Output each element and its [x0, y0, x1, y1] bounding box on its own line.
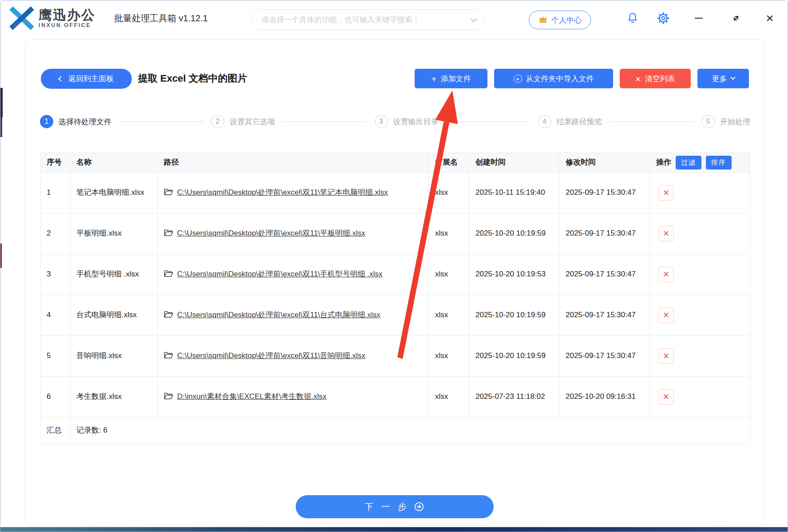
app-title: 批量处理工具箱 v1.12.1	[114, 0, 208, 36]
logo-text-cn: 鹰迅办公	[39, 8, 95, 22]
user-center-button[interactable]: 个人中心	[529, 11, 591, 29]
crown-icon	[538, 15, 548, 25]
path-inner: D:\inxun\素材合集\EXCEL素材\考生数据.xlsx	[164, 390, 326, 403]
cell-path: C:\Users\sqmil\Desktop\处理前\excel\双11\平板明…	[158, 213, 429, 254]
minimize-button[interactable]	[690, 0, 708, 36]
add-file-button[interactable]: + 添加文件	[415, 69, 487, 88]
taskbar-edge	[0, 527, 788, 532]
file-path-link[interactable]: C:\Users\sqmil\Desktop\处理前\excel\双11\笔记本…	[177, 188, 388, 197]
cell-actions: ×	[650, 336, 750, 376]
file-path-link[interactable]: C:\Users\sqmil\Desktop\处理前\excel\双11\音响明…	[177, 351, 365, 360]
circle-plus-icon: +	[514, 75, 522, 83]
cell-created: 2025-10-11 15:19:40	[469, 173, 559, 213]
chevron-down-icon	[730, 75, 735, 80]
table-row: 2平板明细.xlsxC:\Users\sqmil\Desktop\处理前\exc…	[40, 213, 750, 254]
cell-path: C:\Users\sqmil\Desktop\处理前\excel\双11\手机型…	[158, 254, 429, 295]
file-path-link[interactable]: C:\Users\sqmil\Desktop\处理前\excel\双11\手机型…	[177, 270, 383, 278]
actions-label: 操作	[656, 156, 671, 169]
cell-index: 1	[40, 173, 70, 213]
cell-modified: 2025-09-17 15:30:47	[559, 213, 650, 254]
cell-ext: xlsx	[429, 173, 469, 213]
header-ext: 扩展名	[429, 153, 469, 172]
filter-button[interactable]: 过滤	[676, 156, 701, 169]
search-input[interactable]	[261, 16, 471, 24]
cell-modified: 2025-09-17 15:30:47	[559, 336, 650, 376]
path-inner: C:\Users\sqmil\Desktop\处理前\excel\双11\平板明…	[164, 227, 365, 240]
delete-row-button[interactable]: ×	[658, 389, 674, 405]
close-button[interactable]: ×	[761, 0, 779, 36]
cell-modified: 2025-09-17 15:30:47	[559, 254, 650, 295]
step-5: 5开始处理	[701, 115, 750, 128]
import-from-folder-button[interactable]: + 从文件夹中导入文件	[494, 69, 613, 88]
chevron-down-icon[interactable]	[471, 16, 477, 22]
summary-row: 汇总 记录数: 6	[40, 418, 750, 444]
step-label: 选择待处理文件	[59, 117, 111, 127]
back-to-dashboard-button[interactable]: 返回到主面板	[41, 69, 132, 89]
delete-row-button[interactable]: ×	[658, 267, 674, 282]
path-inner: C:\Users\sqmil\Desktop\处理前\excel\双11\笔记本…	[164, 186, 388, 199]
cell-ext: xlsx	[429, 254, 469, 295]
more-button[interactable]: 更多	[697, 69, 749, 88]
step-4: 4结果路径预览	[538, 115, 602, 128]
cell-name: 笔记本电脑明细.xlsx	[70, 173, 158, 213]
cell-actions: ×	[650, 377, 750, 417]
background-window-edge	[0, 88, 3, 117]
settings-gear-icon[interactable]	[654, 0, 672, 36]
sort-button[interactable]: 排序	[706, 156, 732, 169]
step-circle: 3	[375, 115, 388, 128]
app-window: 鹰迅办公 INXUN OFFICE 批量处理工具箱 v1.12.1 个人中心	[0, 0, 788, 532]
header-modified: 修改时间	[559, 153, 650, 172]
table-row: 4台式电脑明细.xlsxC:\Users\sqmil\Desktop\处理前\e…	[40, 295, 750, 336]
header-actions: 操作 过滤 排序	[650, 153, 750, 172]
delete-row-button[interactable]: ×	[658, 348, 674, 364]
delete-row-button[interactable]: ×	[658, 226, 674, 241]
cell-index: 4	[40, 295, 70, 335]
logo-x-icon	[9, 6, 34, 31]
cell-created: 2025-10-20 10:19:59	[469, 336, 559, 376]
path-inner: C:\Users\sqmil\Desktop\处理前\excel\双11\台式电…	[164, 309, 380, 322]
plus-icon: +	[431, 74, 436, 83]
cell-created: 2025-10-20 10:19:59	[469, 295, 559, 335]
step-2: 2设置其它选项	[211, 115, 275, 128]
back-button-label: 返回到主面板	[68, 74, 114, 84]
step-circle: 1	[40, 115, 53, 128]
cell-actions: ×	[650, 254, 750, 295]
background-window-edge	[0, 117, 2, 137]
next-step-button[interactable]: 下 一 步	[296, 495, 494, 518]
file-path-link[interactable]: C:\Users\sqmil\Desktop\处理前\excel\双11\平板明…	[177, 229, 365, 237]
cell-ext: xlsx	[429, 377, 469, 417]
notification-bell-icon[interactable]	[624, 0, 641, 36]
cell-ext: xlsx	[429, 295, 469, 335]
clear-list-button[interactable]: × 清空列表	[620, 69, 691, 88]
step-1: 1选择待处理文件	[40, 115, 111, 128]
cell-created: 2025-10-20 10:19:53	[469, 254, 559, 295]
summary-value: 记录数: 6	[70, 418, 750, 443]
file-path-link[interactable]: C:\Users\sqmil\Desktop\处理前\excel\双11\台式电…	[177, 311, 380, 319]
restore-maximize-button[interactable]	[727, 0, 745, 36]
delete-row-button[interactable]: ×	[658, 307, 674, 323]
titlebar: 鹰迅办公 INXUN OFFICE 批量处理工具箱 v1.12.1 个人中心	[0, 0, 788, 36]
cell-name: 考生数据.xlsx	[70, 377, 158, 417]
header-created: 创建时间	[469, 153, 559, 172]
logo-text-en: INXUN OFFICE	[39, 22, 95, 28]
cell-name: 台式电脑明细.xlsx	[70, 295, 158, 335]
table-row: 3手机型号明细 .xlsxC:\Users\sqmil\Desktop\处理前\…	[40, 254, 750, 295]
function-search-box[interactable]	[251, 9, 484, 30]
cell-actions: ×	[650, 295, 750, 335]
path-inner: C:\Users\sqmil\Desktop\处理前\excel\双11\手机型…	[164, 268, 383, 281]
folder-icon	[164, 229, 173, 236]
chevron-left-icon	[58, 76, 64, 82]
file-path-link[interactable]: D:\inxun\素材合集\EXCEL素材\考生数据.xlsx	[177, 392, 326, 401]
delete-row-button[interactable]: ×	[658, 185, 674, 201]
cell-path: C:\Users\sqmil\Desktop\处理前\excel\双11\音响明…	[158, 336, 429, 376]
step-indicator: 1选择待处理文件2设置其它选项3设置输出目录4结果路径预览5开始处理	[40, 109, 750, 134]
import-folder-label: 从文件夹中导入文件	[526, 74, 594, 84]
next-step-label: 下 一 步	[364, 501, 409, 513]
clear-list-label: 清空列表	[645, 74, 675, 84]
cell-path: D:\inxun\素材合集\EXCEL素材\考生数据.xlsx	[158, 377, 429, 417]
x-icon: ×	[635, 74, 641, 83]
step-label: 结果路径预览	[557, 117, 602, 127]
cell-index: 3	[40, 254, 70, 295]
cell-ext: xlsx	[429, 213, 469, 254]
cell-actions: ×	[650, 173, 750, 213]
